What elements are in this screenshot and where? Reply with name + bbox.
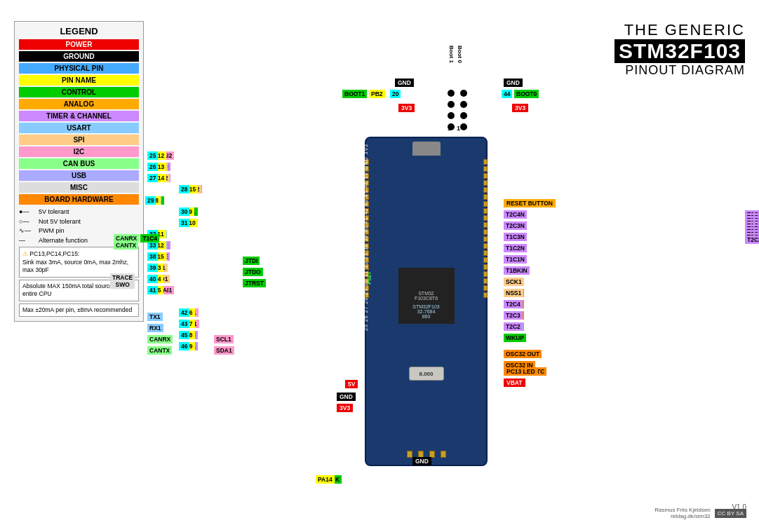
title-the: THE GENERIC: [614, 21, 745, 39]
legend-ground: GROUND: [19, 51, 139, 62]
author-text: Rasmus Friis Kjeldsenreblag.dk/stm32: [654, 507, 711, 519]
osc32out-label: OSC32 OUT: [504, 350, 542, 358]
row-pc15: 4 PC15 OSC32 OUT ⚠: [504, 349, 511, 358]
top-gnd-right-label: GND: [504, 79, 523, 87]
legend-control: CONTROL: [19, 87, 139, 97]
legend-board: BOARD HARDWARE: [19, 194, 139, 205]
jtrst-label: JTRST: [243, 279, 266, 287]
reset-btn-label: RESET BUTTON: [504, 199, 556, 207]
pin43-label: 43: [179, 320, 189, 328]
top-3v3-right-label: 3V3: [512, 104, 528, 112]
boot1-label: Boot 1: [448, 46, 455, 63]
sck1-r-label: SCK1: [504, 278, 524, 286]
sda1-2-label: SDA1: [214, 346, 234, 355]
t2c1e-rr-label: T2C1E: [745, 236, 759, 244]
t2c3n-label: T2C3N: [504, 221, 527, 230]
legend-i2c: I2C: [19, 146, 139, 157]
legend-usart: USART: [19, 123, 139, 133]
legend-timer: TIMER & CHANNEL: [19, 111, 139, 121]
marker-1-left: 1: [448, 125, 451, 132]
legend-notes: ●—5V tolerant ○—Not 5V tolerant ∿—PWM pi…: [19, 207, 139, 317]
top-gnd-label: GND: [395, 79, 414, 87]
pc13-led-label: PC13 LED: [504, 367, 538, 376]
board-image: STM32F103C8T6 8.000 S: [365, 137, 488, 466]
t2c3-r-label: T2C3: [504, 311, 523, 320]
bottom-3v3-label: 3V3: [337, 404, 353, 412]
legend-canbus: CAN BUS: [19, 158, 139, 169]
diagram: LEGEND POWER GROUND PHYSICAL PIN PIN NAM…: [0, 0, 759, 532]
pin44-label: 44: [502, 90, 512, 98]
pin30-label: 30: [179, 207, 189, 216]
pin25-label: 25: [147, 151, 158, 160]
t1c2n-r-label: T1C2N: [504, 244, 527, 252]
pb2-pin: PB2: [369, 90, 385, 98]
legend-analog: ANALOG: [19, 99, 139, 109]
bottom-gnd-label: GND: [337, 393, 356, 401]
title-area: THE GENERIC STM32F103 PINOUT DIAGRAM: [614, 21, 745, 78]
board-right-text: 6 3.3 R B1 B0 B1 B2 A0 A1 A2 A3 A4 A5 A6…: [488, 144, 493, 334]
vbat-label: VBAT: [504, 378, 525, 387]
t2c2-r-label: T2C2: [504, 322, 523, 331]
cantx-left-label: CANTX: [147, 346, 172, 355]
pin41-label: 41: [147, 286, 158, 294]
legend-usb: USB: [19, 170, 139, 181]
legend-pinname: PIN NAME: [19, 75, 139, 86]
scl1-2-label: SCL1: [214, 335, 234, 343]
boot0-label: Boot 0: [457, 46, 463, 63]
t1c4-label: T1C4: [140, 234, 159, 243]
top-3v3-left-label: 3V3: [398, 104, 415, 112]
boot0-pin: BOOT0: [514, 90, 539, 98]
pin38-label: 38: [147, 252, 158, 261]
legend-title: LEGEND: [19, 26, 139, 36]
pin26-label: 26: [147, 163, 158, 171]
pin46-label: 46: [179, 342, 189, 350]
canrx-left-label: CANRX: [147, 335, 173, 343]
pin28-label: 28: [179, 185, 189, 193]
t1c3n-r-label: T1C3N: [504, 233, 527, 241]
5v-label: 5V: [345, 380, 358, 388]
boot1-pin: BOOT1: [342, 90, 367, 98]
nss1-r-label: NSS1: [504, 289, 523, 297]
cantx1-label: CANTX: [114, 241, 138, 250]
pin39-label: 39: [147, 264, 158, 272]
bottom-gnd-conn: GND: [412, 457, 431, 465]
pin45-label: 45: [179, 331, 189, 339]
board-left-text: 25 26 27 28 29 30 31 32 33 38 39 40 41 4…: [363, 144, 369, 331]
pin29-label: 29: [145, 196, 156, 205]
version-label: V1.0: [732, 503, 746, 511]
title-pinout: PINOUT DIAGRAM: [614, 63, 745, 78]
wkup-label: WKUP: [504, 334, 526, 342]
t2c4n-label: T2C4N: [504, 210, 527, 219]
rx1-left-label: RX1: [147, 324, 163, 332]
jtdi-label: JTDI: [243, 257, 260, 265]
legend-per-pin: Max ±20mA per pin, ±8mA recommended: [19, 303, 139, 317]
board-serial-text: STM32F10332-7684860: [412, 304, 440, 319]
marker-1-right: 1: [457, 125, 460, 132]
legend-power: POWER: [19, 39, 139, 50]
tx1-left-label: TX1: [147, 313, 163, 321]
legend-misc: MISC: [19, 182, 139, 193]
t1c1n-r-label: T1C1N: [504, 255, 527, 264]
legend-spi: SPI: [19, 135, 139, 145]
pin40-label: 40: [147, 275, 158, 283]
t2c4-r-label: T2C4: [504, 300, 523, 308]
pin20-label: 20: [390, 90, 401, 98]
t1bkin-r-label: T1BKIN: [504, 266, 530, 275]
pa14-label: PA14: [316, 475, 335, 484]
row-canrx-t1c4: CANRX T1C4: [147, 234, 193, 243]
pin27-label: 27: [147, 174, 158, 182]
trace-label: TRACESWO: [110, 273, 135, 289]
legend-physical: PHYSICAL PIN: [19, 63, 139, 74]
jtdo-label: JTDO: [243, 268, 263, 276]
title-model: STM32F103: [614, 39, 745, 63]
pin31-label: 31: [179, 219, 189, 227]
pin42-label: 42: [179, 308, 189, 317]
board-crystal: 8.000: [409, 367, 444, 381]
board-usb: [412, 142, 441, 156]
